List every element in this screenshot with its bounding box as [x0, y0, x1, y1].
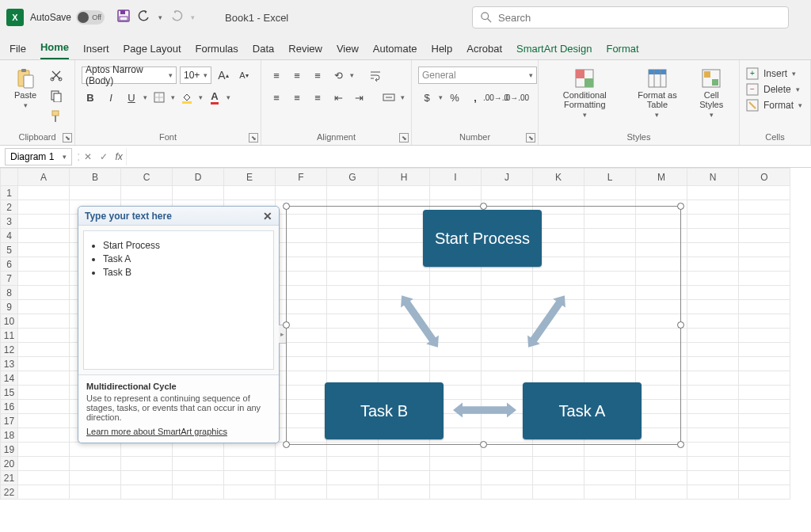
cell[interactable]	[739, 300, 790, 314]
cell[interactable]	[584, 186, 636, 200]
cell[interactable]	[327, 457, 379, 471]
column-header[interactable]: L	[584, 169, 636, 186]
resize-handle[interactable]	[677, 441, 684, 448]
cell[interactable]	[687, 229, 739, 243]
cell[interactable]	[687, 329, 739, 343]
cell[interactable]	[430, 186, 482, 200]
cell[interactable]	[533, 186, 584, 200]
cell[interactable]	[584, 457, 636, 471]
tab-file[interactable]: File	[10, 43, 26, 59]
cell[interactable]	[18, 186, 70, 200]
copy-icon[interactable]	[48, 87, 65, 104]
text-pane-list[interactable]: Start ProcessTask ATask B	[83, 230, 274, 370]
row-header[interactable]: 8	[1, 286, 18, 300]
alignment-dialog-launcher[interactable]: ⬊	[399, 133, 409, 142]
text-pane-item[interactable]: Task B	[103, 267, 267, 278]
row-header[interactable]: 19	[1, 443, 18, 457]
row-header[interactable]: 20	[1, 457, 18, 471]
cell[interactable]	[687, 443, 739, 457]
number-format-combo[interactable]: General▾	[418, 66, 537, 84]
number-dialog-launcher[interactable]: ⬊	[526, 133, 535, 142]
cell[interactable]	[739, 343, 790, 357]
worksheet-grid[interactable]: ABCDEFGHIJKLMNO1234567891011121314151617…	[0, 168, 811, 532]
cell[interactable]	[121, 186, 173, 200]
tab-home[interactable]: Home	[40, 41, 69, 59]
align-bottom-icon[interactable]: ≡	[309, 66, 326, 84]
cell[interactable]	[276, 485, 327, 500]
cell[interactable]	[739, 471, 790, 485]
row-header[interactable]: 12	[1, 343, 18, 357]
cell[interactable]	[636, 485, 687, 500]
row-header[interactable]: 2	[1, 200, 18, 215]
redo-dropdown-icon[interactable]: ▾	[191, 13, 195, 21]
cell[interactable]	[18, 386, 70, 400]
cell[interactable]	[18, 428, 70, 443]
tab-review[interactable]: Review	[288, 43, 322, 59]
cell[interactable]	[379, 485, 430, 500]
font-color-icon[interactable]: A	[206, 89, 223, 106]
cell[interactable]	[533, 485, 584, 500]
row-header[interactable]: 11	[1, 329, 18, 343]
smartart-object[interactable]: Start Process Task A Task B	[286, 206, 681, 445]
cell[interactable]	[18, 457, 70, 471]
cancel-formula-icon[interactable]: ✕	[80, 151, 96, 162]
row-header[interactable]: 16	[1, 400, 18, 414]
smartart-text-pane[interactable]: Type your text here ✕ Start ProcessTask …	[78, 206, 280, 443]
resize-handle[interactable]	[283, 441, 290, 448]
cell[interactable]	[121, 457, 173, 471]
cell[interactable]	[70, 186, 121, 200]
italic-button[interactable]: I	[102, 89, 120, 106]
cell[interactable]	[739, 357, 790, 371]
text-pane-item[interactable]: Start Process	[103, 240, 267, 251]
align-left-icon[interactable]: ≡	[268, 89, 285, 106]
font-dialog-launcher[interactable]: ⬊	[249, 133, 258, 142]
row-header[interactable]: 22	[1, 485, 18, 500]
tab-page-layout[interactable]: Page Layout	[124, 43, 181, 59]
column-header[interactable]: E	[224, 169, 276, 186]
cell[interactable]	[687, 215, 739, 229]
cell[interactable]	[121, 485, 173, 500]
cell[interactable]	[173, 457, 224, 471]
cell[interactable]	[739, 329, 790, 343]
cut-icon[interactable]	[48, 66, 65, 84]
search-input[interactable]: Search	[472, 6, 789, 28]
cell[interactable]	[18, 200, 70, 215]
format-as-table-button[interactable]: Format as Table▾	[628, 66, 687, 120]
cell[interactable]	[482, 186, 533, 200]
decrease-font-icon[interactable]: A▾	[235, 66, 253, 84]
cell[interactable]	[687, 457, 739, 471]
name-box[interactable]: Diagram 1▾	[5, 148, 72, 165]
decrease-indent-icon[interactable]: ⇤	[329, 89, 347, 106]
increase-decimal-icon[interactable]: .00→.0	[487, 89, 504, 106]
cell[interactable]	[18, 272, 70, 286]
row-header[interactable]: 14	[1, 371, 18, 386]
cell[interactable]	[121, 443, 173, 457]
align-middle-icon[interactable]: ≡	[288, 66, 306, 84]
cell[interactable]	[739, 286, 790, 300]
cell[interactable]	[276, 186, 327, 200]
increase-font-icon[interactable]: A▴	[215, 66, 232, 84]
tab-acrobat[interactable]: Acrobat	[466, 43, 502, 59]
column-header[interactable]: G	[327, 169, 379, 186]
cell-styles-button[interactable]: Cell Styles▾	[690, 66, 733, 120]
wrap-text-icon[interactable]	[367, 66, 384, 84]
cell[interactable]	[430, 485, 482, 500]
row-header[interactable]: 4	[1, 229, 18, 243]
cell[interactable]	[739, 414, 790, 428]
cell[interactable]	[18, 314, 70, 329]
font-name-combo[interactable]: Aptos Narrow (Body)▾	[82, 66, 177, 84]
delete-cells-button[interactable]: −Delete▾	[746, 82, 800, 97]
tab-formulas[interactable]: Formulas	[196, 43, 238, 59]
row-header[interactable]: 21	[1, 471, 18, 485]
cell[interactable]	[687, 414, 739, 428]
resize-handle[interactable]	[283, 321, 290, 329]
cell[interactable]	[18, 471, 70, 485]
cell[interactable]	[173, 443, 224, 457]
tab-insert[interactable]: Insert	[83, 43, 109, 59]
underline-button[interactable]: U	[123, 89, 140, 106]
percent-icon[interactable]: %	[446, 89, 463, 106]
cell[interactable]	[533, 471, 584, 485]
cell[interactable]	[18, 286, 70, 300]
cell[interactable]	[584, 485, 636, 500]
cell[interactable]	[18, 229, 70, 243]
